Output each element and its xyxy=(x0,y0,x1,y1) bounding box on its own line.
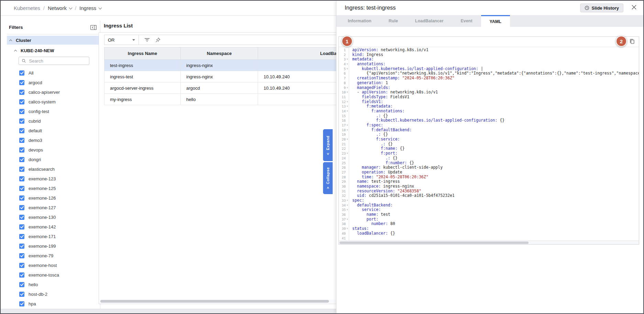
namespace-item[interactable]: exemone-199 xyxy=(7,241,100,251)
breadcrumb-kubernetes[interactable]: Kubernetes xyxy=(14,5,40,11)
fold-caret-icon[interactable]: ∨ xyxy=(346,104,349,109)
checkbox-checked-icon[interactable] xyxy=(19,80,24,85)
checkbox-checked-icon[interactable] xyxy=(19,263,24,268)
collapse-panel-icon[interactable] xyxy=(90,25,97,30)
checkbox-checked-icon[interactable] xyxy=(19,70,24,76)
namespace-cell[interactable]: hello xyxy=(181,94,258,105)
fold-caret-icon[interactable]: ∨ xyxy=(346,86,349,90)
namespace-item[interactable]: hello xyxy=(7,280,100,289)
namespace-item[interactable]: exemone-127 xyxy=(7,203,100,212)
checkbox-checked-icon[interactable] xyxy=(19,90,24,95)
fold-caret-icon[interactable]: ∨ xyxy=(346,208,349,212)
namespace-item[interactable]: argocd xyxy=(7,78,100,87)
checkbox-checked-icon[interactable] xyxy=(19,147,24,153)
breadcrumb-network-dropdown[interactable]: Network xyxy=(48,5,72,11)
namespace-item[interactable]: demo3 xyxy=(7,135,100,145)
checkbox-checked-icon[interactable] xyxy=(19,119,24,124)
checkbox-checked-icon[interactable] xyxy=(19,157,24,162)
namespace-item[interactable]: exemone-130 xyxy=(7,212,100,222)
namespace-item[interactable]: exemone-142 xyxy=(7,222,100,232)
checkbox-checked-icon[interactable] xyxy=(19,99,24,104)
namespace-item[interactable]: cubrid xyxy=(7,116,100,126)
namespace-item[interactable]: All xyxy=(7,68,100,78)
checkbox-checked-icon[interactable] xyxy=(19,215,24,220)
scrollbar-thumb[interactable] xyxy=(340,242,529,244)
ingress-name-cell[interactable]: my-ingress xyxy=(104,94,181,105)
ingress-name-cell[interactable]: ingress-test xyxy=(104,71,181,82)
tab-yaml[interactable]: YAML xyxy=(481,15,510,27)
fold-caret-icon[interactable]: ∨ xyxy=(346,123,349,128)
namespace-item[interactable]: config-test xyxy=(7,106,100,116)
checkbox-checked-icon[interactable] xyxy=(19,205,24,210)
namespace-item[interactable]: exemone-171 xyxy=(7,232,100,241)
expand-tab[interactable]: < Expand xyxy=(323,129,333,161)
fold-caret-icon[interactable]: ∨ xyxy=(346,198,349,203)
checkbox-checked-icon[interactable] xyxy=(19,167,24,172)
namespace-item[interactable]: exemone-host xyxy=(7,260,100,270)
namespace-item[interactable]: exemone-tosca xyxy=(7,270,100,280)
fold-caret-icon[interactable]: ∨ xyxy=(346,217,349,222)
fold-caret-icon[interactable]: ∨ xyxy=(346,100,349,104)
namespace-item[interactable]: dongri xyxy=(7,155,100,164)
checkbox-checked-icon[interactable] xyxy=(19,195,24,201)
close-icon[interactable] xyxy=(631,4,637,10)
search-input[interactable] xyxy=(29,58,86,64)
fold-caret-icon[interactable]: ∨ xyxy=(346,62,349,67)
checkbox-checked-icon[interactable] xyxy=(19,109,24,114)
namespace-item[interactable]: elasticsearch xyxy=(7,164,100,174)
checkbox-checked-icon[interactable] xyxy=(19,253,24,258)
tab-information[interactable]: Information xyxy=(339,15,380,27)
editor-horizontal-scrollbar[interactable] xyxy=(339,240,639,244)
namespace-item[interactable]: hpa xyxy=(7,299,100,309)
namespace-item[interactable]: calico-system xyxy=(7,97,100,106)
fold-caret-icon[interactable]: ∨ xyxy=(346,151,349,156)
ingress-name-cell[interactable]: argocd-server-ingress xyxy=(104,82,181,94)
checkbox-checked-icon[interactable] xyxy=(19,128,24,133)
namespace-item[interactable]: exemone-79 xyxy=(7,251,100,260)
checkbox-checked-icon[interactable] xyxy=(19,272,24,278)
copy-icon[interactable] xyxy=(629,38,635,44)
yaml-line-text: generation: 1 xyxy=(349,81,388,86)
operator-select[interactable]: OR xyxy=(104,35,139,45)
namespace-item[interactable]: exemone-123 xyxy=(7,174,100,183)
fold-caret-icon[interactable]: ∨ xyxy=(346,109,349,114)
namespace-cell[interactable]: ingress-nginx xyxy=(181,60,258,71)
checkbox-checked-icon[interactable] xyxy=(19,138,24,143)
scrollbar-thumb[interactable] xyxy=(100,300,329,303)
collapse-tab[interactable]: > Collapse xyxy=(323,162,333,194)
checkbox-checked-icon[interactable] xyxy=(19,186,24,191)
cluster-name-row[interactable]: KUBE-240-NEW xyxy=(7,46,100,55)
checkbox-checked-icon[interactable] xyxy=(19,282,24,287)
namespace-item[interactable]: devops xyxy=(7,145,100,155)
fold-caret-icon[interactable]: ∨ xyxy=(346,90,349,95)
ingress-name-cell[interactable]: test-ingress xyxy=(104,60,181,71)
namespace-item[interactable]: default xyxy=(7,126,100,135)
namespace-cell[interactable]: ingress-nginx xyxy=(181,71,258,82)
checkbox-checked-icon[interactable] xyxy=(19,244,24,249)
pin-icon[interactable] xyxy=(155,37,160,43)
namespace-search[interactable] xyxy=(19,57,89,65)
checkbox-checked-icon[interactable] xyxy=(19,301,24,306)
namespace-item[interactable]: calico-apiserver xyxy=(7,87,100,97)
tab-loadbalancer[interactable]: LoadBalancer xyxy=(407,15,452,27)
checkbox-checked-icon[interactable] xyxy=(19,292,24,297)
fold-caret-icon[interactable]: ∨ xyxy=(346,67,349,71)
namespace-item[interactable]: exemone-126 xyxy=(7,193,100,203)
fold-caret-icon[interactable]: ∨ xyxy=(346,128,349,133)
tab-event[interactable]: Event xyxy=(452,15,481,27)
checkbox-checked-icon[interactable] xyxy=(19,224,24,229)
fold-caret-icon[interactable]: ∨ xyxy=(346,57,349,62)
tab-rule[interactable]: Rule xyxy=(380,15,407,27)
breadcrumb-ingress-dropdown[interactable]: Ingress xyxy=(79,5,101,11)
filter-icon[interactable] xyxy=(144,37,150,42)
fold-caret-icon[interactable]: ∨ xyxy=(346,226,349,231)
namespace-item[interactable]: exemone-125 xyxy=(7,183,100,193)
slide-history-button[interactable]: Slide History xyxy=(580,3,623,12)
checkbox-checked-icon[interactable] xyxy=(19,176,24,181)
fold-caret-icon[interactable]: ∨ xyxy=(346,203,349,208)
checkbox-checked-icon[interactable] xyxy=(19,234,24,239)
namespace-cell[interactable]: argocd xyxy=(181,82,258,94)
namespace-item[interactable]: host-db-2 xyxy=(7,289,100,299)
cluster-group-row[interactable]: Cluster xyxy=(7,36,100,45)
fold-caret-icon[interactable]: ∨ xyxy=(346,137,349,142)
